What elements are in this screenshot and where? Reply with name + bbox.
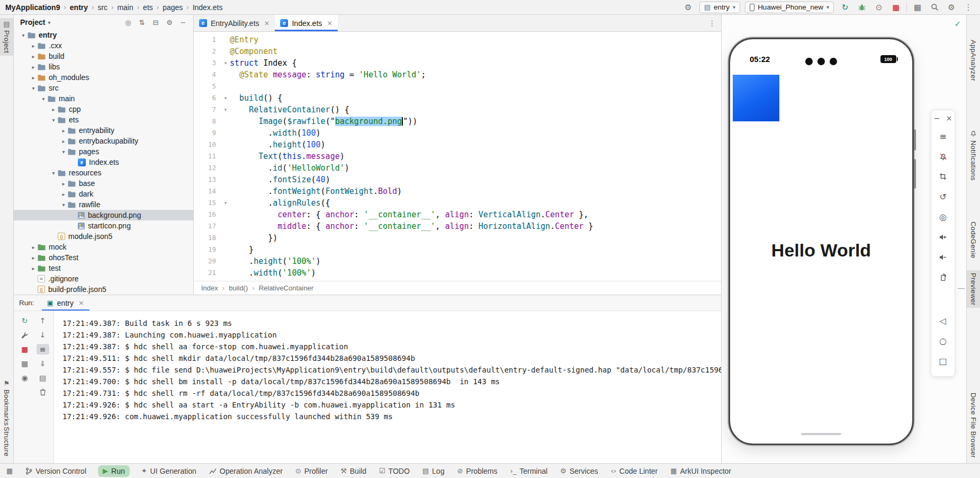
chevron-closed-icon[interactable]: ▸: [29, 265, 38, 271]
tree-item-background.png[interactable]: background.png: [14, 210, 193, 220]
chevron-closed-icon[interactable]: ▸: [59, 128, 68, 134]
breadcrumb-item[interactable]: src: [97, 3, 107, 12]
restore-icon[interactable]: ↺: [933, 187, 953, 207]
breadcrumb-item[interactable]: MyApplication9: [5, 3, 60, 12]
fold-icon[interactable]: ▾: [221, 92, 230, 104]
close-tab-icon[interactable]: ×: [264, 19, 270, 27]
code-line[interactable]: 3▾struct Index {: [194, 57, 721, 69]
code-line[interactable]: 8 Image($rawfile("background.png")): [194, 116, 721, 127]
run-tab-entry[interactable]: ▣ entry ×: [42, 295, 89, 311]
search-icon[interactable]: [928, 2, 941, 13]
statusbar-operation-analyzer[interactable]: Operation Analyzer: [208, 465, 284, 477]
statusbar-terminal[interactable]: ›_Terminal: [509, 465, 549, 477]
statusbar-problems[interactable]: ⊘Problems: [456, 465, 498, 477]
breadcrumb-item[interactable]: entry: [70, 3, 88, 12]
code-line[interactable]: 10 .height(100): [194, 139, 721, 151]
home-icon[interactable]: ○: [933, 331, 953, 351]
stripe-project[interactable]: ▤ Project: [0, 18, 13, 56]
debug-icon[interactable]: [856, 2, 868, 13]
statusbar-services[interactable]: ⚙Services: [559, 465, 599, 477]
code-line[interactable]: 19 }: [194, 244, 721, 255]
tree-item-ohosTest[interactable]: ▸ohosTest: [14, 252, 193, 263]
code-line[interactable]: 6▾ build() {: [194, 92, 721, 104]
chevron-closed-icon[interactable]: ▸: [59, 191, 68, 197]
rotate-device-icon[interactable]: [933, 267, 953, 287]
statusbar-code-linter[interactable]: ‹›Code Linter: [609, 465, 659, 477]
statusbar-todo[interactable]: ☑TODO: [378, 465, 411, 477]
code-line[interactable]: 18 }): [194, 232, 721, 244]
breadcrumb-item[interactable]: Index.ets: [193, 3, 223, 12]
device-select[interactable]: Huawei_Phone_new ▾: [745, 2, 834, 13]
tab-options-icon[interactable]: ⋮: [703, 19, 721, 28]
tree-item-mock[interactable]: ▸mock: [14, 242, 193, 252]
code-line[interactable]: 1@Entry: [194, 34, 721, 46]
breadcrumb-item[interactable]: pages: [163, 3, 183, 12]
pin-tab-icon[interactable]: ◉: [19, 373, 31, 383]
phone-screen[interactable]: 05:22 100 Hello World: [732, 41, 911, 442]
code-line[interactable]: 15▾ .alignRules({: [194, 197, 721, 209]
print-icon[interactable]: ▤: [37, 373, 49, 383]
location-icon[interactable]: ◎: [933, 207, 953, 227]
tree-item-Index.ets[interactable]: eIndex.ets: [14, 157, 193, 167]
expand-all-icon[interactable]: ⇅: [136, 16, 148, 28]
statusbar-run[interactable]: ▶Run: [98, 465, 130, 477]
breadcrumb-item[interactable]: ets: [143, 3, 153, 12]
volume-up-icon[interactable]: [933, 227, 953, 247]
clear-console-icon[interactable]: [37, 387, 49, 397]
chevron-closed-icon[interactable]: ▸: [49, 107, 58, 112]
tree-item-build-profile.json5[interactable]: {}build-profile.json5: [14, 284, 193, 295]
code-line[interactable]: 20 .height('100%'): [194, 255, 721, 267]
tree-item-resources[interactable]: ▾resources: [14, 167, 193, 178]
tree-item-module.json5[interactable]: {}module.json5: [14, 231, 193, 242]
dashboard-icon[interactable]: ▦: [19, 358, 31, 369]
code-line[interactable]: 13 .fontSize(40): [194, 174, 721, 185]
stripe-appanalyzer[interactable]: AppAnalyzer: [967, 37, 980, 84]
tab-index[interactable]: e Index.ets ×: [275, 15, 338, 31]
code-line[interactable]: 9 .width(100): [194, 127, 721, 139]
fold-icon[interactable]: ▾: [221, 197, 230, 209]
stripe-device-file-browser[interactable]: Device File Browser: [967, 390, 980, 461]
menu-icon[interactable]: ≡: [933, 126, 953, 146]
tree-item-test[interactable]: ▸test: [14, 263, 193, 273]
stop-icon[interactable]: ■: [889, 2, 902, 13]
statusbar-profiler[interactable]: ⊙Profiler: [294, 465, 329, 477]
close-tab-icon[interactable]: ×: [327, 19, 332, 27]
recents-icon[interactable]: □: [933, 351, 953, 371]
chevron-closed-icon[interactable]: ▸: [29, 75, 38, 81]
back-icon[interactable]: ◁: [933, 311, 953, 331]
panel-resize-handle[interactable]: —: [958, 284, 965, 292]
editor-breadcrumb-item[interactable]: RelativeContainer: [259, 284, 313, 292]
volume-down-icon[interactable]: [933, 247, 953, 267]
panel-settings-icon[interactable]: ⚙: [164, 16, 175, 28]
close-previewer-icon[interactable]: ×: [946, 113, 953, 123]
statusbar-ui-generation[interactable]: ✦UI Generation: [140, 465, 197, 477]
prev-occurrence-icon[interactable]: ↑: [37, 315, 49, 326]
code-line[interactable]: 12 .id('HelloWorld'): [194, 162, 721, 174]
stop-process-icon[interactable]: ■: [19, 344, 31, 355]
breadcrumb-item[interactable]: main: [117, 3, 133, 12]
next-occurrence-icon[interactable]: ↓: [37, 330, 49, 340]
chevron-open-icon[interactable]: ▾: [59, 202, 68, 208]
statusbar-log[interactable]: ▤Log: [421, 465, 446, 477]
stripe-previewer[interactable]: Previewer: [967, 270, 980, 308]
tree-item-src[interactable]: ▾src: [14, 83, 193, 93]
statusbar-build[interactable]: ⚒Build: [339, 465, 367, 477]
code-line[interactable]: 21 .width('100%'): [194, 267, 721, 279]
chevron-open-icon[interactable]: ▾: [49, 170, 58, 176]
stripe-notifications[interactable]: Notifications: [967, 127, 980, 183]
code-line[interactable]: 7▾ RelativeContainer() {: [194, 104, 721, 116]
layout-icon[interactable]: ▦: [911, 2, 924, 13]
tree-item-dark[interactable]: ▸dark: [14, 189, 193, 199]
code-line[interactable]: 17 middle: { anchor: '__container__', al…: [194, 220, 721, 232]
code-line[interactable]: 14 .fontWeight(FontWeight.Bold): [194, 185, 721, 197]
chevron-down-icon[interactable]: ▾: [48, 20, 50, 25]
stripe-codegenie[interactable]: CodeGenie: [967, 219, 980, 261]
ide-settings-icon[interactable]: ⚙: [682, 2, 695, 13]
code-editor[interactable]: 1@Entry2@Component3▾struct Index {4 @Sta…: [194, 32, 721, 281]
tree-item-libs[interactable]: ▸libs: [14, 61, 193, 72]
tree-item-main[interactable]: ▾main: [14, 93, 193, 104]
chevron-open-icon[interactable]: ▾: [39, 96, 48, 102]
chevron-closed-icon[interactable]: ▸: [29, 244, 38, 250]
run-settings-icon[interactable]: [19, 330, 31, 340]
tree-item-cpp[interactable]: ▸cpp: [14, 104, 193, 114]
